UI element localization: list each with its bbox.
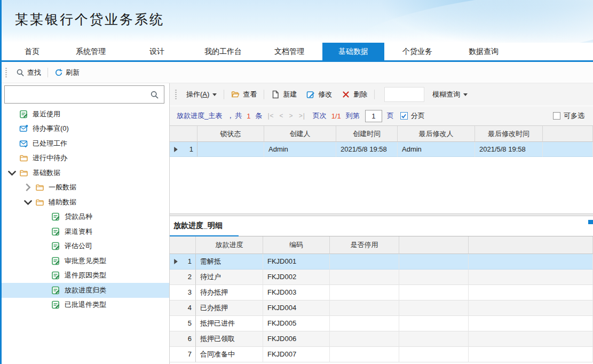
cell: 需解抵	[196, 254, 263, 270]
doc-edit-icon	[51, 300, 60, 309]
action-menu-button[interactable]: 操作(A)	[181, 87, 222, 102]
table-row[interactable]: 3待办抵押FKJD003	[170, 285, 593, 300]
tab-我的工作台[interactable]: 我的工作台	[190, 43, 256, 60]
cell: FKJD002	[263, 270, 330, 285]
first-page-button[interactable]: |<	[267, 112, 274, 120]
tree-item-已批退件类型[interactable]: 已批退件类型	[0, 298, 169, 313]
app-header: 某某银行个贷业务系统	[0, 0, 593, 43]
cell	[469, 300, 593, 316]
cell	[399, 316, 469, 331]
chevron-down-icon[interactable]	[23, 198, 33, 207]
column-header-编码[interactable]: 编码	[263, 236, 330, 254]
find-button[interactable]: 查找	[12, 66, 45, 80]
doc-edit-icon	[51, 271, 60, 280]
prev-page-button[interactable]: <	[280, 112, 284, 120]
table-row[interactable]: 2待过户FKJD002	[170, 270, 593, 285]
tree-item-放款进度归类[interactable]: 放款进度归类	[0, 283, 169, 298]
detail-tab[interactable]: 放款进度_明细	[173, 221, 223, 231]
row-header-cell[interactable]: 1	[170, 254, 196, 270]
table-row[interactable]: 5抵押已进件FKJD005	[170, 316, 593, 331]
tree-item-label: 一般数据	[49, 183, 76, 192]
doc-edit-icon	[51, 227, 60, 236]
row-header-cell[interactable]: 3	[170, 285, 196, 300]
cell: FKJD006	[263, 331, 330, 347]
cell: 合同准备中	[196, 347, 263, 362]
tree-item-评估公司[interactable]: 评估公司	[0, 239, 169, 254]
toolbar-separator	[48, 68, 48, 77]
column-header-blank[interactable]	[469, 236, 593, 254]
tab-个贷业务[interactable]: 个贷业务	[384, 43, 450, 60]
tree-item-进行中待办[interactable]: 进行中待办	[0, 151, 169, 166]
edit-button[interactable]: 修改	[302, 87, 337, 102]
toolbar-filter-input[interactable]	[384, 87, 424, 102]
tree-item-审批意见类型[interactable]: 审批意见类型	[0, 254, 169, 268]
table-row[interactable]: 4已办抵押FKJD004	[170, 300, 593, 316]
row-header-cell[interactable]: 2	[170, 270, 196, 285]
row-header-cell[interactable]: 6	[170, 331, 196, 347]
delete-button[interactable]: 删除	[337, 87, 372, 102]
column-header-最后修改时间[interactable]: 最后修改时间	[475, 126, 543, 142]
tree-item-基础数据[interactable]: 基础数据	[0, 165, 169, 180]
tree-item-贷款品种[interactable]: 贷款品种	[0, 210, 169, 225]
tree-item-最近使用[interactable]: 最近使用	[0, 107, 169, 122]
column-header-是否停用[interactable]: 是否停用	[330, 236, 399, 254]
chevron-down-icon[interactable]	[7, 169, 17, 177]
cell	[399, 331, 469, 347]
page-nav: |<<>>|	[262, 112, 305, 120]
refresh-icon	[54, 68, 63, 77]
new-button[interactable]: 新建	[266, 87, 302, 102]
doc-edit-icon	[51, 257, 60, 265]
column-header-放款进度[interactable]: 放款进度	[196, 236, 263, 254]
table-row[interactable]: 1需解抵FKJD001	[170, 254, 593, 270]
tree-item-渠道资料[interactable]: 渠道资料	[0, 224, 169, 239]
tree-item-退件原因类型[interactable]: 退件原因类型	[0, 268, 169, 283]
column-header-创建时间[interactable]: 创建时间	[336, 126, 398, 142]
refresh-button[interactable]: 刷新	[50, 66, 84, 80]
table-row[interactable]: 1Admin2021/5/8 19:58Admin2021/5/8 19:58	[170, 142, 593, 157]
row-header-cell[interactable]: 4	[170, 300, 196, 316]
grid-toolbar: 操作(A) 查看 新建 修改 删除	[170, 83, 593, 106]
table-row[interactable]: 6抵押已领取FKJD006	[170, 331, 593, 347]
tree-item-辅助数据[interactable]: 辅助数据	[0, 195, 169, 210]
goto-page-input[interactable]	[365, 110, 382, 122]
column-header-最后修改人[interactable]: 最后修改人	[398, 126, 475, 142]
row-header-cell[interactable]: 1	[170, 142, 197, 157]
column-header-锁状态[interactable]: 锁状态	[197, 126, 264, 142]
tab-设计[interactable]: 设计	[124, 43, 190, 60]
toolbar-grip[interactable]	[175, 90, 177, 99]
cell	[469, 270, 593, 285]
column-header-blank[interactable]	[543, 126, 593, 142]
multiselect-checkbox[interactable]	[553, 112, 560, 120]
doc-edit-icon	[51, 212, 60, 221]
tab-首页[interactable]: 首页	[6, 43, 58, 60]
fuzzy-query-dropdown[interactable]: 模糊查询	[428, 87, 472, 102]
tree-expander	[25, 198, 35, 207]
tree-item-待办事宜(0)[interactable]: 待办事宜(0)	[0, 122, 169, 137]
tree-item-label: 辅助数据	[49, 197, 76, 207]
tab-文档管理[interactable]: 文档管理	[256, 43, 322, 60]
row-header-cell[interactable]: 7	[170, 347, 196, 362]
view-button[interactable]: 查看	[226, 87, 262, 102]
tree-item-一般数据[interactable]: 一般数据	[0, 180, 169, 195]
tree-item-已处理工作[interactable]: 已处理工作	[0, 136, 169, 151]
row-header-cell[interactable]: 5	[170, 316, 196, 331]
paging-checkbox[interactable]	[400, 112, 408, 120]
chevron-right-icon[interactable]	[23, 183, 33, 192]
navigation-tree: 最近使用待办事宜(0)已处理工作进行中待办基础数据一般数据辅助数据贷款品种渠道资…	[0, 107, 169, 364]
column-header-blank[interactable]	[170, 126, 197, 142]
mail-dot-icon	[19, 124, 28, 133]
tab-基础数据[interactable]: 基础数据	[322, 43, 384, 60]
column-header-blank[interactable]	[170, 236, 196, 254]
column-header-创建人[interactable]: 创建人	[264, 126, 336, 142]
table-row[interactable]: 7合同准备中FKJD007	[170, 347, 593, 362]
last-page-button[interactable]: >|	[299, 112, 305, 120]
cell	[399, 270, 469, 285]
sidebar-search-input[interactable]	[5, 86, 150, 103]
toolbar-grip[interactable]	[5, 68, 7, 77]
tab-数据查询[interactable]: 数据查询	[450, 43, 517, 60]
next-page-button[interactable]: >	[289, 112, 294, 120]
tab-系统管理[interactable]: 系统管理	[58, 43, 124, 60]
tree-expander	[9, 169, 19, 177]
column-header-blank[interactable]	[399, 236, 469, 254]
toolbar-separator	[374, 90, 375, 99]
